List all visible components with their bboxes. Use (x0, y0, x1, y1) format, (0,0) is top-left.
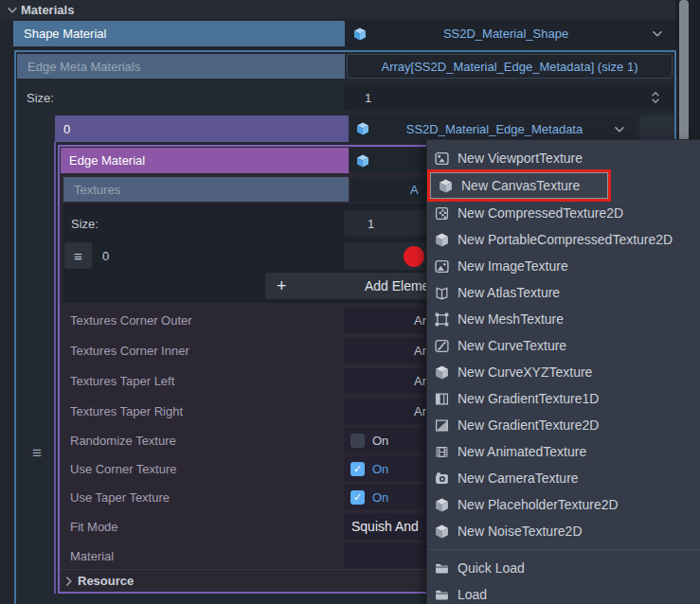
use-taper-texture-checkbox[interactable]: ✓ (350, 490, 365, 505)
menu-item-label: New CameraTexture (458, 471, 579, 486)
textures-value-partial: A (410, 183, 419, 197)
curve-texture-icon (435, 339, 449, 353)
element-0-resource-picker[interactable]: SS2D_Material_Edge_Metadata (350, 115, 637, 142)
array-value-partial: Ar (414, 313, 426, 328)
array-element-0-header[interactable]: 0 (55, 115, 349, 142)
randomize-texture-checkbox[interactable]: ✓ (350, 434, 365, 448)
menu-item-label: New NoiseTexture2D (458, 524, 583, 539)
array-size-spinbox[interactable]: 1 (344, 84, 673, 111)
menu-item-label: New AtlasTexture (458, 285, 560, 300)
atlas-texture-icon (435, 286, 449, 300)
menu-item-new-portablecompressedtexture2d[interactable]: New PortableCompressedTexture2D (427, 226, 700, 253)
menu-item-list: New ViewportTextureNew CanvasTextureNew … (427, 145, 700, 604)
image-texture-icon (435, 259, 449, 274)
menu-item-label: Load (458, 587, 487, 602)
folder-icon (435, 561, 449, 576)
resource-cube-icon (356, 122, 369, 135)
texture-element-drag-handle[interactable]: ≡ (64, 242, 92, 269)
menu-item-new-compressedtexture2d[interactable]: New CompressedTexture2D (427, 200, 700, 226)
property-textures-taper-left: Textures Taper Left (70, 368, 174, 394)
property-textures-taper-right: Textures Taper Right (70, 399, 183, 424)
property-use-corner-texture: Use Corner Texture (70, 456, 176, 481)
resource-cube-icon (356, 154, 369, 168)
menu-item-label: New PlaceholderTexture2D (458, 497, 619, 512)
menu-item-new-atlastexture[interactable]: New AtlasTexture (427, 279, 700, 306)
property-edge-material[interactable]: Edge Material (61, 148, 349, 173)
menu-item-new-animatedtexture[interactable]: New AnimatedTexture (427, 438, 700, 465)
menu-item-new-gradienttexture2d[interactable]: New GradientTexture2D (427, 412, 700, 438)
menu-item-label: New CompressedTexture2D (458, 205, 623, 221)
texture-create-dropdown-menu: New ViewportTextureNew CanvasTextureNew … (426, 139, 700, 604)
edge-meta-materials-value[interactable]: Array[SS2D_Material_Edge_Metadata] (size… (347, 54, 673, 79)
menu-item-new-gradienttexture1d[interactable]: New GradientTexture1D (427, 385, 700, 412)
placeholder-texture-icon (435, 498, 449, 512)
property-material: Material (70, 543, 114, 568)
array-value-partial: Ar (414, 404, 426, 418)
gradient-texture-2d-icon (435, 418, 449, 433)
viewport-texture-icon (435, 151, 449, 166)
menu-item-new-noisetexture2d[interactable]: New NoiseTexture2D (427, 518, 700, 544)
folder-icon (435, 588, 449, 602)
element-0-extra-button[interactable] (640, 115, 674, 142)
portable-compressed-texture-icon (435, 233, 449, 247)
menu-item-label: New GradientTexture1D (458, 391, 599, 406)
chevron-right-icon (66, 577, 72, 586)
menu-item-label: New MeshTexture (458, 311, 564, 327)
menu-item-quick-load[interactable]: Quick Load (427, 555, 700, 581)
menu-item-label: New CurveXYZTexture (458, 364, 592, 380)
element-0-value: SS2D_Material_Edge_Metadata (373, 122, 616, 136)
compressed-texture-icon (435, 206, 449, 221)
menu-item-new-curvetexture[interactable]: New CurveTexture (427, 332, 700, 359)
resource-cube-icon (353, 27, 367, 41)
property-textures[interactable]: Textures (63, 177, 349, 202)
menu-item-new-placeholdertexture2d[interactable]: New PlaceholderTexture2D (427, 491, 700, 518)
use-taper-texture-on-label: On (372, 490, 388, 505)
textures-size-label: Size: (71, 210, 99, 237)
spinner-arrows-icon[interactable] (651, 91, 660, 104)
menu-item-label: New CurveTexture (458, 338, 566, 353)
resource-group-label: Resource (78, 574, 134, 588)
property-edge-meta-materials[interactable]: Edge Meta Materials (17, 54, 345, 79)
collapse-arrow-icon (8, 8, 17, 13)
texture-element-0-label: 0 (102, 242, 109, 269)
section-title: Materials (21, 3, 74, 17)
menu-item-new-meshtexture[interactable]: New MeshTexture (427, 306, 700, 332)
section-header-materials[interactable]: Materials (0, 0, 675, 19)
menu-item-new-imagetexture[interactable]: New ImageTexture (427, 253, 700, 279)
menu-item-label: New CanvasTexture (461, 178, 580, 193)
menu-item-label: New GradientTexture2D (458, 417, 599, 433)
menu-item-new-cameratexture[interactable]: New CameraTexture (427, 465, 700, 491)
use-corner-texture-checkbox[interactable]: ✓ (350, 462, 365, 476)
property-textures-corner-inner: Textures Corner Inner (70, 338, 189, 364)
property-textures-corner-outer: Textures Corner Outer (70, 308, 192, 333)
shape-material-resource-picker[interactable]: SS2D_Material_Shape (345, 21, 675, 46)
indent-guide (54, 142, 56, 594)
godot-inspector-panel: Materials Shape Material SS2D_Material_S… (0, 0, 700, 604)
array-value-partial: Ar (414, 374, 426, 388)
chevron-down-icon (615, 127, 624, 133)
menu-item-new-canvastexture[interactable]: New CanvasTexture (430, 172, 608, 199)
menu-item-new-curvexyztexture[interactable]: New CurveXYZTexture (427, 359, 700, 385)
noise-texture-icon (435, 524, 449, 539)
drag-handle[interactable]: ≡ (27, 444, 46, 463)
shape-material-value: SS2D_Material_Shape (373, 27, 638, 41)
menu-item-new-viewporttexture[interactable]: New ViewportTexture (427, 145, 700, 171)
texture-preview-swatch[interactable] (404, 246, 424, 267)
use-corner-texture-on-label: On (372, 462, 388, 476)
check-icon: ✓ (353, 463, 362, 475)
check-icon: ✓ (353, 491, 362, 504)
fit-mode-value: Squish And (344, 519, 419, 534)
chevron-down-icon (653, 31, 662, 37)
menu-item-label: New PortableCompressedTexture2D (458, 232, 673, 247)
menu-item-load[interactable]: Load (427, 581, 700, 604)
camera-texture-icon (435, 471, 449, 486)
menu-item-label: New ViewportTexture (458, 151, 583, 166)
array-size-value: 1 (344, 91, 371, 105)
gradient-texture-1d-icon (435, 392, 449, 406)
property-fit-mode: Fit Mode (70, 513, 118, 540)
animated-texture-icon (435, 445, 449, 459)
canvas-texture-icon (439, 179, 453, 193)
menu-item-label: Quick Load (458, 560, 525, 576)
array-size-label: Size: (27, 84, 54, 111)
property-shape-material[interactable]: Shape Material (13, 21, 345, 46)
